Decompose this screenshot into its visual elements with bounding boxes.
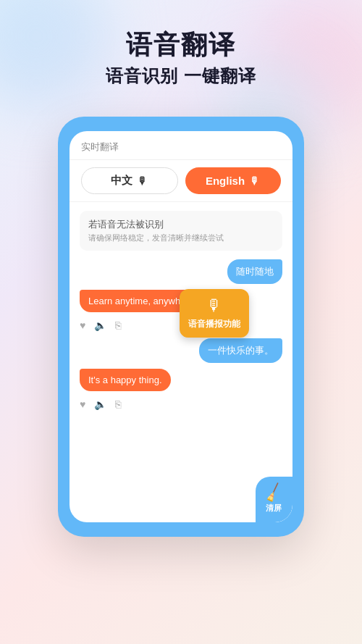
lang-en-label: English <box>206 175 245 187</box>
chat-area: 若语音无法被识别 请确保网络稳定，发音清晰并继续尝试 随时随地 Learn an… <box>70 202 292 522</box>
clear-button[interactable]: 🧹 清屏 <box>256 477 292 522</box>
copy-icon-1[interactable]: ⎘ <box>115 319 121 331</box>
sub-title: 语音识别 一键翻译 <box>0 64 362 88</box>
phone-mockup: 实时翻译 中文 🎙 English 🎙 若语音无法被识别 请确保网络稳定，发音 <box>58 117 304 537</box>
clear-label: 清屏 <box>266 503 282 514</box>
lang-english-button[interactable]: English 🎙 <box>185 167 281 194</box>
main-title: 语音翻译 <box>0 29 362 60</box>
broom-icon: 🧹 <box>262 482 285 504</box>
mic-cn-icon: 🎙 <box>137 175 148 187</box>
heart-icon-2[interactable]: ♥ <box>80 398 85 410</box>
mic-en-icon: 🎙 <box>249 175 261 187</box>
tooltip-label: 语音播报功能 <box>188 318 240 330</box>
top-bar-label: 实时翻译 <box>81 141 119 152</box>
lang-cn-label: 中文 <box>111 174 132 188</box>
tooltip-mic-icon: 🎙 <box>206 296 222 315</box>
chat-bubble-right-2: 一件快乐的事。 <box>199 338 282 363</box>
chat-bubble-right-1: 随时随地 <box>227 259 282 284</box>
heart-icon-1[interactable]: ♥ <box>80 319 85 331</box>
lang-selector: 中文 🎙 English 🎙 <box>70 160 292 202</box>
speaker-icon-2[interactable]: 🔈 <box>94 398 106 410</box>
copy-icon-2[interactable]: ⎘ <box>115 398 121 410</box>
recognition-fail-title: 若语音无法被识别 <box>88 218 274 231</box>
lang-chinese-button[interactable]: 中文 🎙 <box>81 167 178 194</box>
action-row-2: ♥ 🔈 ⎘ <box>80 397 282 411</box>
top-bar: 实时翻译 <box>70 131 292 160</box>
speaker-icon-1[interactable]: 🔈 <box>94 319 106 331</box>
chat-bubble-left-2: It's a happy thing. <box>80 369 171 391</box>
tooltip-popup: 🎙 语音播报功能 <box>180 289 249 338</box>
recognition-fail-desc: 请确保网络稳定，发音清晰并继续尝试 <box>88 233 274 243</box>
recognition-fail-box: 若语音无法被识别 请确保网络稳定，发音清晰并继续尝试 <box>80 211 282 251</box>
